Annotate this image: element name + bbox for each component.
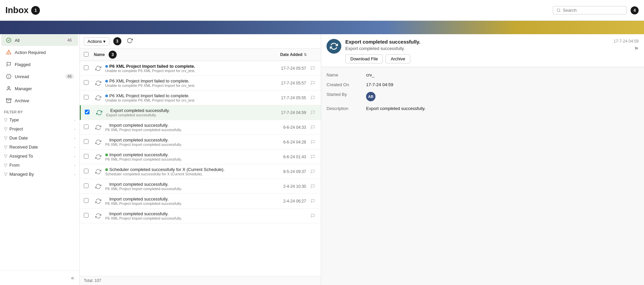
message-body: P6 XML Project Import failed to complete… xyxy=(105,64,260,73)
sidebar-flagged-label: Flagged xyxy=(15,62,74,67)
message-row[interactable]: Import completed successfully. P6 XML Pr… xyxy=(80,209,321,223)
message-subtitle: P6 XML Project Import completed successf… xyxy=(105,142,260,147)
message-flag-button[interactable] xyxy=(309,110,317,115)
filter-received-date[interactable]: ▽ Received Date › xyxy=(0,142,79,152)
message-list: Actions ▾ 3 Name 3 Date Added xyxy=(80,34,321,285)
message-checkbox[interactable] xyxy=(84,80,89,85)
message-checkbox[interactable] xyxy=(84,213,89,218)
top-banner xyxy=(0,21,644,34)
message-checkbox-col xyxy=(84,198,91,204)
message-body: Import completed successfully. P6 XML Pr… xyxy=(105,182,260,191)
header-badge: 1 xyxy=(31,6,40,15)
refresh-icon xyxy=(127,38,133,44)
message-checkbox[interactable] xyxy=(84,183,89,188)
search-icon xyxy=(557,8,561,13)
message-row[interactable]: Import completed successfully. P6 XML Pr… xyxy=(80,194,321,209)
sidebar-item-all[interactable]: All 46 xyxy=(1,35,78,46)
message-row[interactable]: P6 XML Project Import failed to complete… xyxy=(80,76,321,91)
filter-from[interactable]: ▽ From › xyxy=(0,161,79,170)
message-date: 17-7-24 05:57 xyxy=(262,81,306,86)
message-title: P6 XML Project Import failed to complete… xyxy=(105,78,260,83)
message-checkbox-col xyxy=(84,183,91,189)
message-checkbox[interactable] xyxy=(84,169,89,173)
message-checkbox[interactable] xyxy=(84,198,89,203)
filter-managed-by-icon: ▽ xyxy=(4,172,7,177)
select-all-checkbox[interactable] xyxy=(84,52,89,57)
message-row[interactable]: Import completed successfully. P6 XML Pr… xyxy=(80,120,321,135)
message-flag-button[interactable] xyxy=(309,199,317,204)
status-dot xyxy=(105,213,108,215)
message-flag-button[interactable] xyxy=(309,66,317,71)
sidebar-item-flagged[interactable]: Flagged xyxy=(1,59,78,70)
message-row[interactable]: P6 XML Project Import failed to complete… xyxy=(80,61,321,76)
col-date-header[interactable]: Date Added ⇅ xyxy=(253,52,307,57)
archive-button[interactable]: Archive xyxy=(386,54,410,63)
detail-header-body: Export completed successfully. Export co… xyxy=(345,39,609,63)
sidebar-item-manager[interactable]: Manager xyxy=(1,83,78,94)
refresh-button[interactable] xyxy=(124,36,135,46)
filter-project[interactable]: ▽ Project › xyxy=(0,124,79,133)
message-checkbox[interactable] xyxy=(84,124,89,129)
sidebar-unread-label: Unread xyxy=(15,74,62,79)
message-flag-button[interactable] xyxy=(309,125,317,130)
message-checkbox[interactable] xyxy=(84,95,89,100)
detail-flag-button[interactable]: ⚑ xyxy=(634,46,639,52)
message-checkbox[interactable] xyxy=(85,110,90,114)
search-input[interactable] xyxy=(563,8,623,13)
actions-label: Actions xyxy=(87,39,102,44)
message-row[interactable]: P6 XML Project Import failed to complete… xyxy=(80,91,321,105)
detail-field-name: Name crv_ xyxy=(327,72,639,77)
status-dot xyxy=(105,124,108,127)
search-box[interactable] xyxy=(553,6,627,14)
message-checkbox[interactable] xyxy=(84,154,89,159)
filter-received-date-label: Received Date xyxy=(9,145,72,150)
detail-actions: Download File Archive xyxy=(345,54,609,63)
message-subtitle: Unable to complete P6 XML Project Import… xyxy=(105,69,260,73)
detail-field-created-on: Created On 17-7-24 04:59 xyxy=(327,82,639,87)
message-flag-button[interactable] xyxy=(309,184,317,189)
sidebar-item-action-required[interactable]: Action Required xyxy=(1,47,78,58)
sort-icon[interactable]: ⇅ xyxy=(304,53,307,57)
filter-due-date-chevron: › xyxy=(74,136,75,140)
message-flag-button[interactable] xyxy=(309,169,317,174)
message-checkbox-col xyxy=(84,65,91,71)
message-date: 6-6-24 01:43 xyxy=(262,155,306,159)
message-checkbox[interactable] xyxy=(84,139,89,144)
flagged-icon xyxy=(5,61,12,68)
message-row[interactable]: Import completed successfully. P6 XML Pr… xyxy=(80,179,321,194)
message-type-icon xyxy=(94,79,103,88)
content-area: Actions ▾ 3 Name 3 Date Added xyxy=(80,34,644,285)
message-row[interactable]: Scheduler completed successfully for X (… xyxy=(80,164,321,179)
message-row[interactable]: Export completed successfully. Export co… xyxy=(80,105,321,120)
download-file-button[interactable]: Download File xyxy=(345,54,383,63)
collapse-button[interactable]: « xyxy=(68,274,77,282)
message-flag-button[interactable] xyxy=(309,214,317,218)
filter-due-date[interactable]: ▽ Due Date › xyxy=(0,133,79,142)
sidebar-item-archive[interactable]: Archive xyxy=(1,95,78,106)
message-flag-button[interactable] xyxy=(309,155,317,159)
filter-managed-by[interactable]: ▽ Managed By › xyxy=(0,170,79,179)
message-checkbox[interactable] xyxy=(84,65,89,70)
actions-button[interactable]: Actions ▾ xyxy=(84,37,109,46)
filter-assigned-to[interactable]: ▽ Assigned To › xyxy=(0,152,79,161)
filter-project-label: Project xyxy=(9,126,72,131)
app-title: Inbox xyxy=(5,5,28,15)
filter-from-chevron: › xyxy=(74,163,75,167)
status-dot xyxy=(105,80,108,82)
sidebar-item-unread[interactable]: Unread 46 xyxy=(1,71,78,82)
sidebar-footer: « xyxy=(0,271,79,285)
unread-icon xyxy=(5,73,12,80)
message-flag-button[interactable] xyxy=(309,96,317,100)
sidebar-manager-label: Manager xyxy=(15,86,74,91)
detail-created-on-label: Created On xyxy=(327,82,363,87)
step-badge-3-toolbar: 3 xyxy=(113,37,121,45)
filter-managed-by-chevron: › xyxy=(74,172,75,176)
message-flag-button[interactable] xyxy=(309,81,317,86)
message-date: 2-4-24 06:27 xyxy=(262,199,306,204)
message-row[interactable]: Import completed successfully. P6 XML Pr… xyxy=(80,135,321,150)
message-flag-button[interactable] xyxy=(309,140,317,145)
message-row[interactable]: Import completed successfully. P6 XML Pr… xyxy=(80,150,321,164)
filter-type[interactable]: ▽ Type › xyxy=(0,115,79,124)
svg-point-10 xyxy=(8,87,9,88)
detail-header: Export completed successfully. Export co… xyxy=(321,34,644,67)
